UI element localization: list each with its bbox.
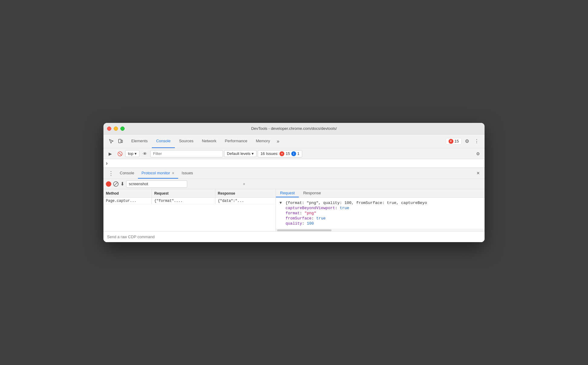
tab-memory[interactable]: Memory [252, 134, 274, 148]
issues-count-badge[interactable]: 16 Issues: × 15 i 1 [258, 150, 302, 157]
error-count-badge[interactable]: × 15 [446, 138, 462, 145]
pm-download-button[interactable]: ⬇ [120, 181, 124, 187]
main-tab-bar: Elements Console Sources Network Perform… [103, 134, 485, 148]
pm-table-row[interactable]: Page.captur... {"format".... {"data":"..… [103, 198, 276, 204]
console-toolbar: ▶ 🚫 top ▾ 👁 Default levels ▾ 16 Issues: … [103, 148, 485, 159]
context-selector[interactable]: top ▾ [125, 150, 139, 157]
tab-elements[interactable]: Elements [127, 134, 152, 148]
issues-info-icon: i [291, 151, 296, 156]
drawer-close-button[interactable]: × [474, 170, 482, 176]
devtools-settings-button[interactable]: ⚙ [463, 137, 471, 146]
pm-hscroll-thumb[interactable] [277, 229, 332, 231]
pm-col-header-method: Method [103, 189, 152, 197]
pm-table-area: Method Request Response Page.captur... [103, 189, 485, 231]
drawer-tabbar: ⋮ Console Protocol monitor × Issues × [103, 168, 485, 179]
pm-search-wrapper: × [126, 180, 247, 188]
drawer-tab-protocol-monitor[interactable]: Protocol monitor × [138, 168, 178, 179]
pm-clear-button[interactable] [113, 181, 119, 187]
device-toolbar-button[interactable] [116, 137, 125, 146]
window-title: DevTools - developer.chrome.com/docs/dev… [251, 126, 337, 131]
titlebar: DevTools - developer.chrome.com/docs/dev… [103, 123, 485, 134]
pm-cell-response: {"data":"... [215, 198, 276, 204]
send-command-bar [103, 231, 485, 242]
console-settings-button[interactable]: ⚙ [474, 150, 482, 158]
pm-search-clear-button[interactable]: × [243, 182, 245, 186]
tab-network[interactable]: Network [198, 134, 221, 148]
pm-detail-content: ▼ {format: "png", quality: 100, fromSurf… [276, 198, 485, 229]
pm-detail-tabs: Request Response [276, 189, 485, 198]
pm-detail-tab-request[interactable]: Request [276, 189, 299, 197]
tab-performance[interactable]: Performance [220, 134, 251, 148]
pm-detail-line-1: captureBeyondViewport: true [286, 206, 481, 210]
pm-record-button[interactable] [106, 181, 111, 187]
devtools-toolbar-icons [105, 134, 127, 148]
traffic-lights [107, 127, 125, 131]
protocol-monitor-toolbar: ⬇ × [103, 179, 485, 189]
devtools-panel: Elements Console Sources Network Perform… [103, 134, 485, 242]
pm-detail-line-2: format: "png" [286, 211, 481, 215]
console-filter-input[interactable] [150, 150, 223, 157]
minimize-button[interactable] [114, 127, 118, 131]
close-button[interactable] [107, 127, 111, 131]
pm-detail-line-3: fromSurface: true [286, 216, 481, 221]
pm-detail-lines: captureBeyondViewport: true format: "png… [279, 206, 481, 226]
error-icon: × [449, 139, 453, 144]
send-command-input[interactable] [107, 235, 481, 239]
collapse-icon[interactable]: ▼ [279, 201, 282, 205]
run-script-button[interactable]: ▶ [106, 150, 114, 158]
log-levels-dropdown[interactable]: Default levels ▾ [224, 150, 256, 157]
console-expand-row[interactable]: › [103, 159, 485, 168]
devtools-more-button[interactable]: ⋮ [472, 137, 481, 146]
pm-col-header-request: Request [152, 189, 215, 197]
tab-sources[interactable]: Sources [175, 134, 198, 148]
pm-search-input[interactable] [126, 180, 187, 188]
tab-console[interactable]: Console [152, 134, 175, 148]
drawer-tab-close-icon[interactable]: × [172, 171, 174, 176]
pm-horizontal-scrollbar[interactable] [276, 229, 485, 231]
inspect-element-button[interactable] [107, 137, 116, 146]
pm-col-header-response: Response [215, 189, 276, 197]
issues-error-icon: × [279, 151, 284, 156]
drawer-more-button[interactable]: ⋮ [106, 170, 116, 177]
pm-detail-root-line: ▼ {format: "png", quality: 100, fromSurf… [279, 201, 481, 205]
tabbar-right: × 15 ⚙ ⋮ [443, 134, 483, 148]
pm-left-panel: Method Request Response Page.captur... [103, 189, 276, 231]
pm-cell-method: Page.captur... [103, 198, 152, 204]
drawer-panel: ⋮ Console Protocol monitor × Issues × ⬇ [103, 168, 485, 242]
drawer-tab-console[interactable]: Console [116, 168, 138, 179]
clear-console-button[interactable]: 🚫 [116, 150, 124, 158]
pm-detail-line-4: quality: 100 [286, 221, 481, 226]
pm-table-header: Method Request Response [103, 189, 276, 198]
svg-rect-0 [119, 139, 121, 143]
drawer-tab-issues[interactable]: Issues [178, 168, 197, 179]
svg-rect-1 [121, 140, 122, 143]
eye-button[interactable]: 👁 [141, 150, 149, 158]
pm-right-panel: Request Response ▼ {format: "png", quali… [276, 189, 485, 231]
pm-detail-tab-response[interactable]: Response [299, 189, 325, 197]
maximize-button[interactable] [120, 127, 125, 131]
pm-cell-request: {"format".... [152, 198, 215, 204]
more-tabs-button[interactable]: » [274, 134, 282, 148]
